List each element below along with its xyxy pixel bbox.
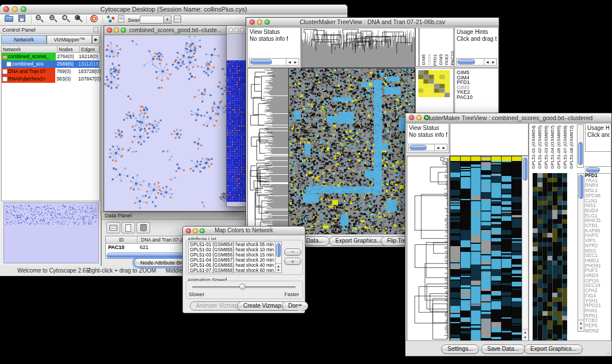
column-label: PFD1 xyxy=(433,54,438,66)
zoom-heatmap-canvas[interactable] xyxy=(418,70,450,97)
network-view-titlebar[interactable]: combined_scores_good.txt--cluste... xyxy=(104,26,247,35)
control-panel-header: Control Panel xyxy=(0,26,101,34)
new-attribute-button[interactable] xyxy=(121,222,135,233)
float-panel-icon[interactable] xyxy=(93,27,98,32)
delete-attribute-button[interactable] xyxy=(136,222,150,233)
create-vizmap-button[interactable]: Create Vizmap xyxy=(237,301,288,311)
treeview2-window: ClusterMaker TreeView : combined_scores_… xyxy=(405,113,612,357)
attribute-list-vscrollbar[interactable]: ▲▼ xyxy=(275,242,282,273)
column-id[interactable]: ID xyxy=(106,236,137,244)
search-input[interactable] xyxy=(140,16,164,24)
global-heatmap-canvas[interactable] xyxy=(450,156,522,342)
attribute-item[interactable]: GPL51-01 (GSM854) heat shock 05 min xyxy=(189,242,281,247)
scrollbar-thumb[interactable] xyxy=(250,59,272,64)
scroll-down-icon[interactable]: ▼ xyxy=(579,327,583,330)
usage-hints-panel: Usage Hints Click and drag to ◀▶ xyxy=(454,27,499,67)
scrollbar-thumb[interactable] xyxy=(578,142,583,165)
zoom-selected-icon[interactable]: ▣ xyxy=(75,15,80,20)
attribute-list[interactable]: GPL51-01 (GSM854) heat shock 05 minGPL51… xyxy=(188,242,282,273)
help-icon[interactable] xyxy=(90,15,98,22)
treeview2-titlebar[interactable]: ClusterMaker TreeView : combined_scores_… xyxy=(406,113,611,122)
scroll-left-icon[interactable]: ◀ xyxy=(437,145,439,150)
column-edges[interactable]: Edges xyxy=(80,46,100,53)
treeview1-title: ClusterMaker TreeView : DNA and Tran 07-… xyxy=(246,18,499,25)
global-heatmap-canvas[interactable] xyxy=(288,68,415,236)
scrollbar-thumb[interactable] xyxy=(410,145,427,150)
scrollbar-thumb[interactable] xyxy=(276,243,281,257)
dialog-titlebar[interactable]: Map Colors to Network xyxy=(183,227,305,235)
attribute-item[interactable]: GPL51-07 (GSM868) heat shock 60 min xyxy=(189,268,281,273)
resize-grip[interactable] xyxy=(605,349,610,355)
scroll-up-icon[interactable]: ▲ xyxy=(277,265,280,268)
search-dropdown-icon[interactable]: ▼ xyxy=(164,16,171,24)
usage-hints-hscrollbar[interactable]: ◀▶ xyxy=(456,58,497,66)
attribute-item[interactable]: GPL51-02 (GSM855) heat shock 10 min xyxy=(189,247,281,252)
view-status-panel: View Status No status info f ◀▶ xyxy=(247,27,301,67)
network-file-icon xyxy=(2,69,7,74)
scrollbar-thumb[interactable] xyxy=(523,158,527,181)
network-row[interactable]: RNAPuberNov2+ 563(0) 107847(0) xyxy=(2,75,100,83)
column-nodes[interactable]: Nodes xyxy=(58,46,80,53)
network-row-selected[interactable]: combined_sco 2569(6) 13112(15) xyxy=(2,60,100,68)
network-row[interactable]: combined_scores_ 2764(0) 16218(0) xyxy=(2,53,100,60)
scroll-right-icon[interactable]: ▶ xyxy=(442,145,445,150)
view-status-hscrollbar[interactable]: ◀▶ xyxy=(249,58,299,66)
column-dendrogram-canvas[interactable] xyxy=(301,28,415,68)
export-graphics-button[interactable]: Export Graphics... xyxy=(524,344,583,354)
save-icon[interactable] xyxy=(18,15,25,22)
zoom-fit-icon[interactable]: ▫ xyxy=(62,15,67,20)
resize-grip[interactable] xyxy=(298,306,304,312)
attribute-item[interactable]: GPL51-06 (GSM865) heat shock 40 min xyxy=(189,263,281,268)
annotation-icon[interactable] xyxy=(118,15,124,22)
export-table-icon[interactable] xyxy=(174,16,181,22)
gene-list-vscrollbar[interactable]: ▲▼ xyxy=(577,173,584,332)
scrollbar-thumb[interactable] xyxy=(457,59,475,64)
scroll-left-icon[interactable]: ◀ xyxy=(486,60,489,64)
heatmap-vscrollbar[interactable]: ▲▼ xyxy=(522,156,529,341)
scroll-up-icon[interactable]: ▲ xyxy=(579,321,583,325)
scroll-down-icon[interactable]: ▼ xyxy=(277,269,280,272)
open-file-icon[interactable] xyxy=(5,16,13,22)
more-tabs-icon[interactable]: ▶ xyxy=(92,35,100,44)
zoom-button[interactable] xyxy=(240,28,244,32)
scroll-right-icon[interactable]: ▶ xyxy=(492,60,495,64)
export-graphics-button[interactable]: Export Graphics... xyxy=(329,236,388,246)
row-dendrogram-canvas[interactable] xyxy=(247,68,289,236)
column-network[interactable]: Network xyxy=(2,46,58,53)
zoom-out-icon[interactable]: − xyxy=(36,15,41,20)
view-status-hscrollbar[interactable]: ◀▶ xyxy=(408,144,447,151)
animate-vizmap-button[interactable]: Animate Vizmap xyxy=(190,301,244,311)
done-button[interactable]: Done xyxy=(282,301,308,311)
move-down-button[interactable]: v xyxy=(284,258,301,265)
scroll-right-icon[interactable]: ▶ xyxy=(294,60,297,64)
scroll-left-icon[interactable]: ◀ xyxy=(288,60,291,64)
scrollbar-thumb[interactable] xyxy=(586,167,600,173)
labels-vscrollbar[interactable] xyxy=(577,124,584,168)
slider-thumb[interactable] xyxy=(239,283,246,290)
table-cell[interactable]: PAC10 xyxy=(106,244,137,251)
attribute-item[interactable]: GPL51-04 (GSM857) heat shock 20 min xyxy=(189,258,281,263)
treeview1-titlebar[interactable]: ClusterMaker TreeView : DNA and Tran 07-… xyxy=(246,18,499,26)
network-row[interactable]: DNA and Tran 07 769(0) 183728(0) xyxy=(2,68,100,75)
scroll-up-icon[interactable]: ▲ xyxy=(523,331,527,334)
marker-strip xyxy=(415,28,419,67)
scrollbar-thumb[interactable] xyxy=(579,175,583,199)
zoom-in-icon[interactable]: + xyxy=(49,15,55,20)
tab-network[interactable]: Network xyxy=(1,35,47,44)
minimize-button[interactable] xyxy=(234,28,239,32)
tab-vizmapper[interactable]: VizMapper™ xyxy=(47,35,92,44)
zoom-heatmap-canvas[interactable] xyxy=(533,173,567,341)
vizmapper-icon[interactable] xyxy=(107,16,115,22)
network-overview-thumbnail[interactable] xyxy=(3,202,99,263)
close-button[interactable] xyxy=(228,28,233,32)
save-data-button[interactable]: Save Data... xyxy=(481,344,525,354)
move-up-button[interactable]: ^ xyxy=(284,248,301,255)
attribute-item[interactable]: GPL51-03 (GSM856) heat shock 15 min xyxy=(189,252,281,258)
cytoscape-titlebar[interactable]: Cytoscape Desktop (Session Name: collins… xyxy=(0,5,347,14)
row-dendrogram-canvas[interactable] xyxy=(407,156,450,342)
dense-network-canvas[interactable] xyxy=(227,60,247,202)
network-canvas[interactable] xyxy=(105,36,246,210)
settings-button[interactable]: Settings... xyxy=(441,344,479,354)
attribute-select-button[interactable] xyxy=(106,222,120,233)
scroll-down-icon[interactable]: ▼ xyxy=(523,336,527,339)
